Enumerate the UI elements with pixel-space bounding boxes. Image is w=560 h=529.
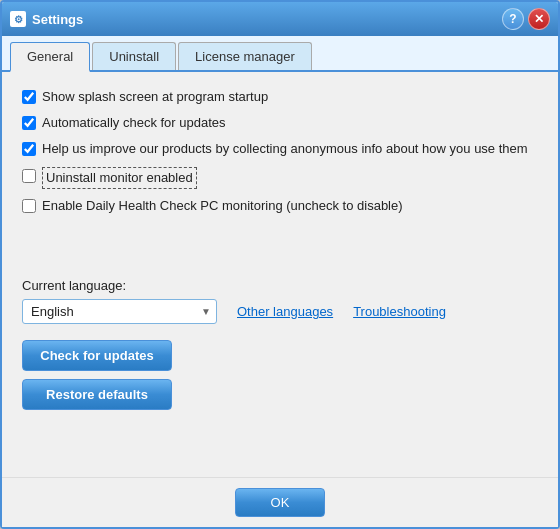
language-section-label: Current language: [22, 278, 538, 293]
help-button[interactable]: ? [502, 8, 524, 30]
checkbox-label-daily-health[interactable]: Enable Daily Health Check PC monitoring … [42, 197, 403, 215]
tab-license[interactable]: License manager [178, 42, 312, 70]
checkbox-label-uninstall-monitor[interactable]: Uninstall monitor enabled [42, 167, 197, 189]
footer: OK [2, 477, 558, 527]
close-button[interactable]: ✕ [528, 8, 550, 30]
language-select-wrapper: English French German Spanish Italian Po… [22, 299, 217, 324]
other-languages-link[interactable]: Other languages [237, 304, 333, 319]
checkbox-label-anonymous[interactable]: Help us improve our products by collecti… [42, 140, 528, 158]
troubleshooting-link[interactable]: Troubleshooting [353, 304, 446, 319]
restore-defaults-button[interactable]: Restore defaults [22, 379, 172, 410]
tab-general[interactable]: General [10, 42, 90, 72]
checkbox-label-splash[interactable]: Show splash screen at program startup [42, 88, 268, 106]
checkbox-row-daily-health: Enable Daily Health Check PC monitoring … [22, 197, 538, 215]
language-section: Current language: English French German … [22, 278, 538, 324]
checkbox-uninstall-monitor[interactable] [22, 169, 36, 183]
ok-button[interactable]: OK [235, 488, 325, 517]
window-icon: ⚙ [10, 11, 26, 27]
title-bar: ⚙ Settings ? ✕ [2, 2, 558, 36]
checkbox-row-splash: Show splash screen at program startup [22, 88, 538, 106]
settings-content: Show splash screen at program startup Au… [2, 72, 558, 477]
checkbox-row-uninstall-monitor: Uninstall monitor enabled [22, 167, 538, 189]
title-bar-buttons: ? ✕ [502, 8, 550, 30]
tabs-container: General Uninstall License manager [2, 36, 558, 72]
action-buttons: Check for updates Restore defaults [22, 340, 538, 410]
checkbox-label-autoupdate[interactable]: Automatically check for updates [42, 114, 226, 132]
checkbox-autoupdate[interactable] [22, 116, 36, 130]
tab-uninstall[interactable]: Uninstall [92, 42, 176, 70]
window-title: Settings [32, 12, 83, 27]
checkbox-anonymous[interactable] [22, 142, 36, 156]
language-row: English French German Spanish Italian Po… [22, 299, 538, 324]
check-updates-button[interactable]: Check for updates [22, 340, 172, 371]
checkbox-row-anonymous: Help us improve our products by collecti… [22, 140, 538, 158]
checkbox-splash[interactable] [22, 90, 36, 104]
language-select[interactable]: English French German Spanish Italian Po… [22, 299, 217, 324]
checkbox-daily-health[interactable] [22, 199, 36, 213]
checkbox-row-autoupdate: Automatically check for updates [22, 114, 538, 132]
